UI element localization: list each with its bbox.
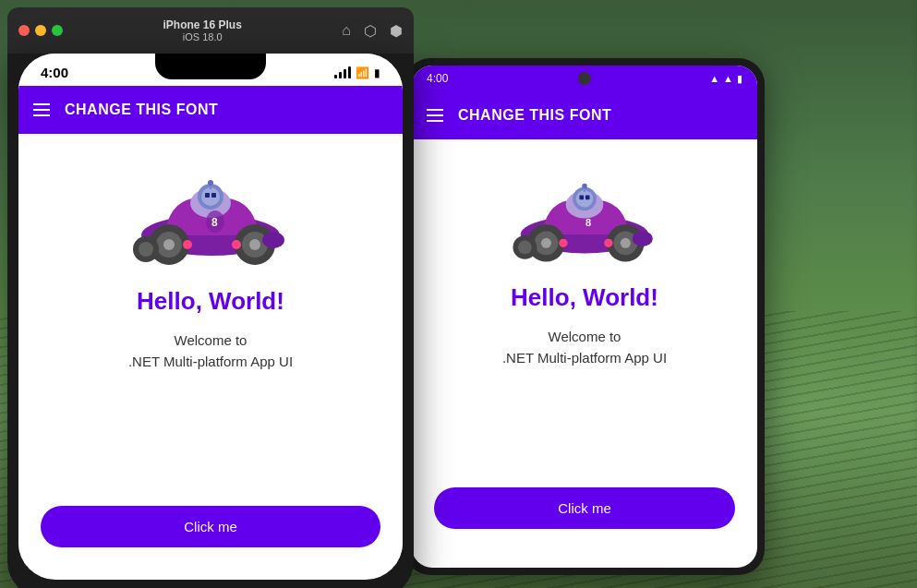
svg-text:8: 8 bbox=[585, 217, 591, 228]
iphone-hello-text: Hello, World! bbox=[137, 287, 284, 316]
wifi-icon: 📶 bbox=[356, 66, 369, 79]
android-frame: 4:00 ▲ ▲ ▮ CHANGE THIS FONT bbox=[404, 58, 765, 575]
battery-icon: ▮ bbox=[374, 66, 380, 79]
iphone-notch bbox=[155, 54, 266, 79]
svg-point-17 bbox=[183, 240, 192, 249]
iphone-frame: 4:00 📶 ▮ bbox=[7, 54, 414, 588]
close-dot[interactable] bbox=[18, 25, 30, 36]
svg-point-15 bbox=[139, 242, 153, 257]
screenshot-icon[interactable]: ⬡ bbox=[364, 22, 377, 40]
android-battery-icon: ▮ bbox=[737, 73, 742, 85]
android-screen: 4:00 ▲ ▲ ▮ CHANGE THIS FONT bbox=[412, 66, 757, 568]
iphone-top-bar: iPhone 16 Plus iOS 18.0 ⌂ ⬡ ⬢ bbox=[7, 7, 414, 54]
maximize-dot[interactable] bbox=[52, 25, 63, 36]
signal-icon bbox=[334, 66, 351, 78]
android-status-icons: ▲ ▲ ▮ bbox=[709, 73, 742, 85]
ios-version: iOS 18.0 bbox=[183, 31, 223, 42]
home-icon[interactable]: ⌂ bbox=[342, 22, 351, 40]
iphone-click-button[interactable]: Click me bbox=[41, 506, 380, 547]
hamburger-menu-icon[interactable] bbox=[33, 103, 50, 116]
android-signal-icon: ▲ bbox=[709, 73, 719, 84]
svg-point-3 bbox=[201, 187, 220, 206]
iphone-app-header: CHANGE THIS FONT bbox=[18, 86, 403, 134]
android-hello-text: Hello, World! bbox=[511, 283, 658, 312]
android-car-graphic: 8 bbox=[497, 158, 672, 269]
traffic-lights bbox=[18, 25, 63, 36]
android-app-title: CHANGE THIS FONT bbox=[458, 107, 611, 124]
iphone-car-graphic: 8 bbox=[118, 152, 303, 272]
scene: iPhone 16 Plus iOS 18.0 ⌂ ⬡ ⬢ 4:00 bbox=[0, 0, 917, 588]
svg-point-18 bbox=[232, 240, 241, 249]
android-app-header: CHANGE THIS FONT bbox=[412, 91, 757, 139]
svg-point-38 bbox=[559, 239, 567, 247]
svg-point-34 bbox=[621, 238, 631, 248]
android-click-button[interactable]: Click me bbox=[434, 487, 735, 529]
svg-rect-5 bbox=[211, 193, 216, 198]
android-app-body: 8 Hello, World! Welcome to.NET Multi-pla… bbox=[412, 139, 757, 547]
iphone-welcome-text: Welcome to.NET Multi-platform App UI bbox=[128, 330, 293, 372]
iphone-app-content: CHANGE THIS FONT bbox=[18, 86, 403, 566]
android-status-bar: 4:00 ▲ ▲ ▮ bbox=[412, 66, 757, 91]
android-camera-cutout bbox=[578, 72, 591, 85]
svg-point-31 bbox=[541, 238, 551, 248]
android-device-wrapper: 4:00 ▲ ▲ ▮ CHANGE THIS FONT bbox=[404, 58, 765, 575]
svg-point-13 bbox=[249, 239, 260, 250]
minimize-dot[interactable] bbox=[35, 25, 46, 36]
iphone-device: iPhone 16 Plus iOS 18.0 ⌂ ⬡ ⬢ 4:00 bbox=[7, 7, 414, 588]
iphone-app-title: CHANGE THIS FONT bbox=[65, 102, 218, 118]
car-svg: 8 bbox=[118, 152, 303, 272]
android-welcome-text: Welcome to.NET Multi-platform App UI bbox=[502, 327, 667, 368]
svg-point-7 bbox=[208, 180, 213, 186]
android-hamburger-icon[interactable] bbox=[427, 109, 443, 122]
svg-rect-25 bbox=[579, 196, 584, 200]
android-app-content: CHANGE THIS FONT bbox=[412, 91, 757, 547]
iphone-status-icons: 📶 ▮ bbox=[334, 66, 380, 79]
iphone-screen: 4:00 📶 ▮ bbox=[18, 54, 403, 580]
svg-point-16 bbox=[262, 232, 284, 248]
iphone-device-info: iPhone 16 Plus iOS 18.0 bbox=[70, 18, 334, 42]
iphone-app-body: 8 Hello, World! Welcome to.NET Multi-pla… bbox=[18, 134, 403, 566]
svg-point-37 bbox=[633, 231, 653, 246]
svg-text:8: 8 bbox=[211, 216, 218, 229]
android-car-svg: 8 bbox=[497, 158, 672, 269]
svg-point-39 bbox=[604, 239, 612, 247]
svg-rect-26 bbox=[585, 196, 590, 200]
svg-point-36 bbox=[518, 241, 532, 255]
rotate-icon[interactable]: ⬢ bbox=[390, 22, 403, 40]
svg-point-28 bbox=[582, 184, 587, 189]
svg-point-10 bbox=[163, 239, 175, 250]
svg-rect-4 bbox=[205, 193, 210, 198]
svg-point-24 bbox=[576, 190, 593, 207]
android-lte-icon: ▲ bbox=[723, 73, 733, 84]
iphone-time: 4:00 bbox=[41, 65, 68, 80]
device-name: iPhone 16 Plus bbox=[163, 18, 241, 31]
iphone-top-icons: ⌂ ⬡ ⬢ bbox=[342, 22, 403, 40]
android-time: 4:00 bbox=[427, 72, 448, 85]
